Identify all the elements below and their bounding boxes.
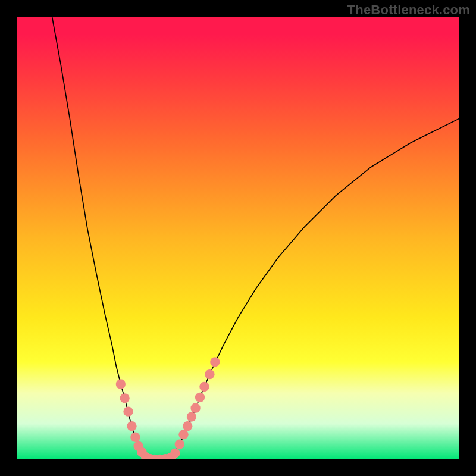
plot-inner [17, 17, 459, 459]
highlight-dot [120, 393, 129, 403]
highlight-dot [178, 430, 188, 439]
highlight-dot [130, 433, 140, 442]
highlight-dot [199, 382, 209, 392]
curve-layer [17, 17, 459, 459]
highlight-dots-group [116, 357, 220, 459]
highlight-dot [116, 379, 126, 389]
highlight-dot [210, 357, 220, 367]
watermark-text: TheBottleneck.com [347, 2, 470, 18]
highlight-dot [205, 369, 214, 379]
highlight-dot [123, 406, 133, 416]
highlight-dot [170, 448, 180, 458]
plot-frame [17, 17, 459, 459]
highlight-dot [187, 412, 196, 421]
curve-right-branch [171, 118, 459, 457]
highlight-dot [175, 440, 184, 449]
highlight-dot [127, 421, 136, 431]
highlight-dot [190, 403, 200, 413]
curve-left-branch [52, 17, 145, 457]
chart-outer: TheBottleneck.com [0, 0, 476, 476]
highlight-dot [183, 421, 192, 431]
highlight-dot [195, 393, 205, 402]
